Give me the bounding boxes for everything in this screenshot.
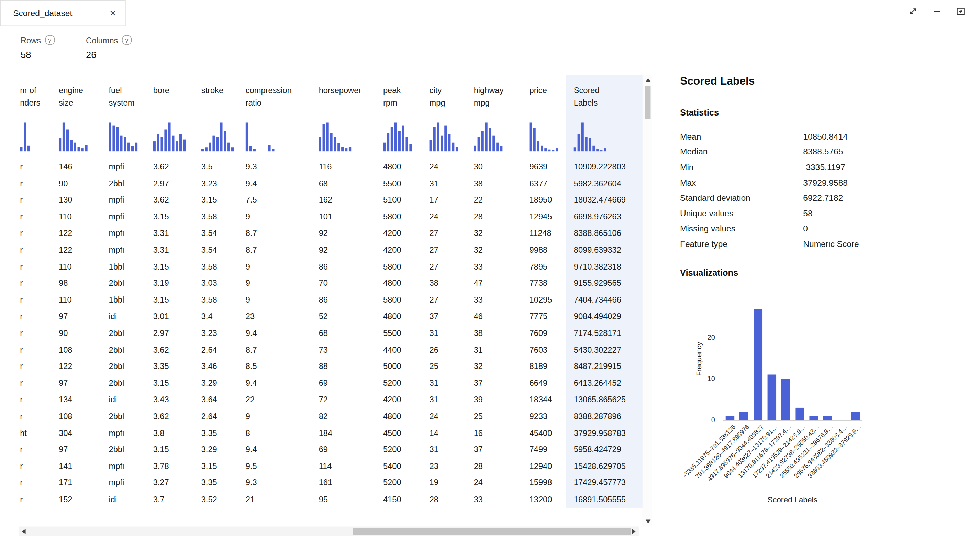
table-cell[interactable]: mpfi — [105, 425, 149, 442]
horizontal-scrollbar-thumb[interactable] — [353, 528, 631, 534]
table-cell[interactable]: 4500 — [379, 425, 425, 442]
table-cell[interactable]: 171 — [54, 475, 105, 491]
table-cell[interactable]: 22 — [470, 192, 525, 209]
column-header-num-of-cylinders[interactable]: m-of-nders — [0, 75, 54, 120]
table-cell[interactable]: 4200 — [379, 392, 425, 408]
table-cell[interactable]: 6698.976263 — [566, 209, 643, 225]
table-cell[interactable]: 3.31 — [149, 225, 197, 242]
table-cell[interactable]: 4800 — [379, 308, 425, 325]
tab-scored-dataset[interactable]: Scored_dataset ✕ — [0, 0, 126, 26]
rows-help-icon[interactable]: ? — [45, 35, 55, 45]
table-cell[interactable]: 33 — [470, 258, 525, 275]
table-cell[interactable]: 7174.528171 — [566, 325, 643, 342]
table-cell[interactable]: 3.15 — [149, 375, 197, 392]
table-cell[interactable]: 37 — [470, 442, 525, 458]
table-cell[interactable]: 3.23 — [197, 175, 241, 192]
table-cell[interactable]: 2bbl — [105, 358, 149, 375]
table-cell[interactable]: r — [0, 292, 54, 308]
table-cell[interactable]: 27 — [425, 225, 470, 242]
table-cell[interactable]: 3.58 — [197, 209, 241, 225]
table-cell[interactable]: 9710.382318 — [566, 258, 643, 275]
table-cell[interactable]: r — [0, 258, 54, 275]
table-cell[interactable]: 1bbl — [105, 258, 149, 275]
table-cell[interactable]: 146 — [54, 159, 105, 175]
table-cell[interactable]: 19 — [425, 475, 470, 491]
table-cell[interactable]: 68 — [314, 175, 379, 192]
table-cell[interactable]: 2.97 — [149, 175, 197, 192]
table-cell[interactable]: 3.62 — [149, 408, 197, 425]
table-cell[interactable]: 9084.494029 — [566, 308, 643, 325]
table-cell[interactable]: 5800 — [379, 292, 425, 308]
table-cell[interactable]: 18032.474669 — [566, 192, 643, 209]
table-cell[interactable]: 31 — [425, 392, 470, 408]
table-cell[interactable]: 33 — [470, 292, 525, 308]
table-cell[interactable]: 11248 — [525, 225, 566, 242]
table-cell[interactable]: 97 — [54, 375, 105, 392]
table-cell[interactable]: 3.7 — [149, 491, 197, 508]
table-cell[interactable]: 95 — [314, 491, 379, 508]
table-cell[interactable]: 162 — [314, 192, 379, 209]
table-cell[interactable]: 38 — [470, 325, 525, 342]
table-cell[interactable]: 32 — [470, 225, 525, 242]
table-column-compression-ratio[interactable]: compression-ratio9.39.47.598.78.7999239.… — [241, 75, 314, 508]
table-cell[interactable]: 3.35 — [197, 475, 241, 491]
table-cell[interactable]: 30 — [470, 159, 525, 175]
table-cell[interactable]: 8388.287896 — [566, 408, 643, 425]
table-cell[interactable]: 3.62 — [149, 342, 197, 358]
column-header-stroke[interactable]: stroke — [197, 75, 241, 120]
column-header-scored-labels[interactable]: ScoredLabels — [566, 75, 643, 120]
table-cell[interactable]: 110 — [54, 292, 105, 308]
table-cell[interactable]: 8.7 — [241, 342, 314, 358]
table-cell[interactable]: 4800 — [379, 275, 425, 292]
table-cell[interactable]: idi — [105, 392, 149, 408]
table-cell[interactable]: 31 — [425, 375, 470, 392]
table-cell[interactable]: 24 — [425, 408, 470, 425]
table-cell[interactable]: 33 — [470, 491, 525, 508]
table-cell[interactable]: 16891.505555 — [566, 491, 643, 508]
table-cell[interactable]: 23 — [241, 308, 314, 325]
table-cell[interactable]: r — [0, 408, 54, 425]
table-cell[interactable]: 3.03 — [197, 275, 241, 292]
column-header-bore[interactable]: bore — [149, 75, 197, 120]
table-cell[interactable]: r — [0, 325, 54, 342]
column-header-price[interactable]: price — [525, 75, 566, 120]
table-cell[interactable]: 21 — [241, 491, 314, 508]
table-cell[interactable]: 22 — [241, 392, 314, 408]
table-cell[interactable]: 2.64 — [197, 342, 241, 358]
table-cell[interactable]: 5200 — [379, 442, 425, 458]
table-column-horsepower[interactable]: horsepower116681621019292867086526873886… — [314, 75, 379, 508]
table-cell[interactable]: 14 — [425, 425, 470, 442]
table-cell[interactable]: 3.15 — [149, 442, 197, 458]
table-cell[interactable]: 122 — [54, 358, 105, 375]
table-cell[interactable]: r — [0, 192, 54, 209]
table-cell[interactable]: 17429.457773 — [566, 475, 643, 491]
table-cell[interactable]: 13200 — [525, 491, 566, 508]
table-cell[interactable]: 3.62 — [149, 192, 197, 209]
column-header-horsepower[interactable]: horsepower — [314, 75, 379, 120]
table-cell[interactable]: 92 — [314, 242, 379, 258]
table-cell[interactable]: 82 — [314, 408, 379, 425]
table-cell[interactable]: mpfi — [105, 458, 149, 475]
table-cell[interactable]: 5500 — [379, 325, 425, 342]
table-cell[interactable]: 3.15 — [149, 292, 197, 308]
table-cell[interactable]: r — [0, 159, 54, 175]
table-cell[interactable]: 39 — [470, 392, 525, 408]
table-cell[interactable]: 12945 — [525, 209, 566, 225]
table-cell[interactable]: 5200 — [379, 475, 425, 491]
table-cell[interactable]: mpfi — [105, 209, 149, 225]
table-cell[interactable]: 32 — [470, 242, 525, 258]
table-cell[interactable]: 4200 — [379, 225, 425, 242]
table-cell[interactable]: mpfi — [105, 225, 149, 242]
table-cell[interactable]: 3.62 — [149, 159, 197, 175]
table-cell[interactable]: 9 — [241, 292, 314, 308]
table-cell[interactable]: r — [0, 209, 54, 225]
table-cell[interactable]: 8099.639332 — [566, 242, 643, 258]
table-cell[interactable]: 9.4 — [241, 175, 314, 192]
table-cell[interactable]: 8 — [241, 425, 314, 442]
table-cell[interactable]: 38 — [470, 175, 525, 192]
column-header-compression-ratio[interactable]: compression-ratio — [241, 75, 314, 120]
table-cell[interactable]: 27 — [425, 292, 470, 308]
table-cell[interactable]: mpfi — [105, 475, 149, 491]
table-cell[interactable]: 24 — [470, 475, 525, 491]
table-cell[interactable]: 10295 — [525, 292, 566, 308]
